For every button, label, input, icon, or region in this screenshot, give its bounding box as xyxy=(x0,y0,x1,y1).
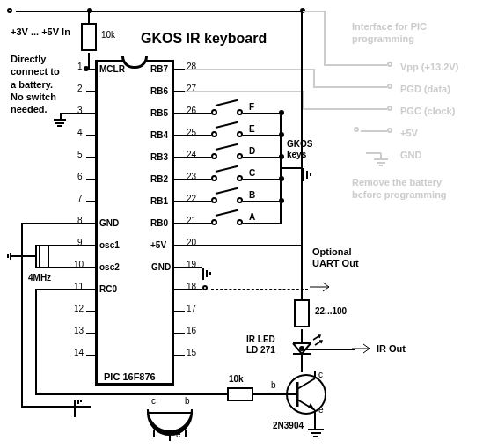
vcc-bus xyxy=(301,11,303,246)
irout-label: IR Out xyxy=(377,343,406,354)
pgd-terminal xyxy=(387,84,392,89)
key-D[interactable] xyxy=(211,151,243,162)
power-in-label: +3V ... +5V In xyxy=(11,26,70,37)
crystal-gnd xyxy=(7,249,21,268)
r1-resistor xyxy=(81,23,97,51)
uart-label: Optional UART Out xyxy=(312,246,359,269)
power-terminal xyxy=(7,8,12,13)
transistor-label: 2N3904 xyxy=(273,421,304,430)
r3-label: 22...100 xyxy=(315,306,347,316)
t-c-label: c xyxy=(318,370,323,379)
key-F[interactable] xyxy=(211,107,243,118)
to92-package xyxy=(141,400,207,444)
r1-top-wire xyxy=(88,11,90,23)
vpp-label: Vpp (+13.2V) xyxy=(400,62,458,72)
vpp-wire xyxy=(324,64,387,66)
key-E[interactable] xyxy=(211,129,243,140)
t-e-label: e xyxy=(318,405,324,415)
prog-5v-label: +5V xyxy=(400,128,418,138)
irled-label: IR LED LD 271 xyxy=(246,334,275,356)
power-gray-stub xyxy=(303,11,326,12)
mclr-label: MCLR xyxy=(99,64,125,74)
t-b-label: b xyxy=(271,380,276,390)
r2-label: 10k xyxy=(229,374,244,384)
crystal-label: 4MHz xyxy=(28,273,51,283)
crystal xyxy=(39,245,49,268)
prog-gnd-label: GND xyxy=(400,150,421,160)
arrow-uart xyxy=(310,278,336,297)
key-A[interactable] xyxy=(211,217,243,228)
pgc-label: PGC (clock) xyxy=(400,106,455,116)
battery-note: Directly connect to a battery. No switch… xyxy=(11,53,60,115)
gkos-keys-label: GKOS keys xyxy=(287,139,312,160)
remove-battery-note: Remove the battery before programming xyxy=(352,176,447,202)
ir-arrow xyxy=(352,339,377,360)
keys-gnd xyxy=(303,165,318,187)
transistor xyxy=(282,370,334,424)
pgc-terminal xyxy=(387,106,392,111)
prog-gnd-symbol xyxy=(365,150,390,171)
r3-resistor xyxy=(294,299,310,327)
pin3-gnd xyxy=(48,113,66,134)
uart-terminal xyxy=(202,285,208,290)
power-wire xyxy=(16,11,303,12)
pgd-label: PGD (data) xyxy=(400,84,450,94)
title: GKOS IR keyboard xyxy=(141,31,267,47)
r2-resistor xyxy=(227,387,253,401)
vpp-terminal xyxy=(387,62,392,67)
key-B[interactable] xyxy=(211,195,243,206)
chip-name: PIC 16F876 xyxy=(104,371,156,382)
vpp-dropline xyxy=(324,11,326,65)
r1-label: 10k xyxy=(101,30,115,40)
key-C[interactable] xyxy=(211,173,243,184)
transistor-gnd xyxy=(306,428,326,445)
prog-interface-label: Interface for PIC programming xyxy=(352,20,427,46)
prog-5v-terminal xyxy=(387,128,392,133)
